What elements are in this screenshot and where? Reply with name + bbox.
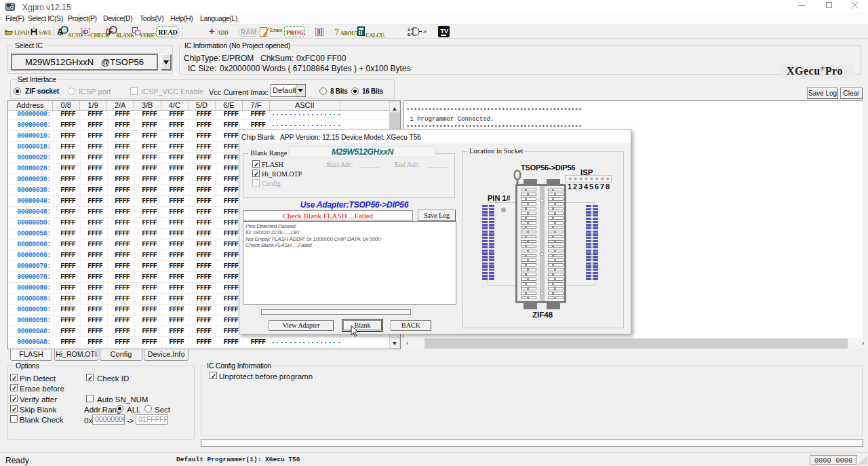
svg-text:B: B — [408, 33, 411, 37]
svg-text:-Y: -Y — [422, 30, 427, 34]
svg-text:A: A — [408, 28, 411, 32]
